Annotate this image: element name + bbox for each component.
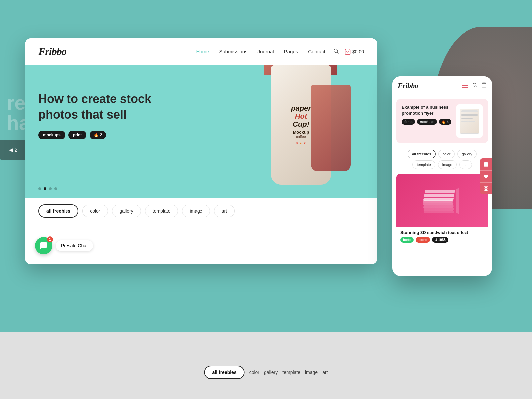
mobile-product-title: Stunning 3D sandwich text effect: [400, 230, 484, 235]
hamburger-icon[interactable]: [462, 84, 468, 88]
svg-point-3: [473, 83, 476, 86]
mobile-filter-all[interactable]: all freebies: [408, 150, 435, 158]
mobile-card-title: Example of a business promotion flyer: [402, 104, 452, 116]
mobile-sidebar-heart[interactable]: [480, 170, 492, 182]
mock-paper-line-2: [461, 115, 478, 116]
mobile-card-text: Example of a business promotion flyer fo…: [402, 104, 452, 125]
sidebar-heart-icon: [483, 174, 489, 179]
mobile-filter-area: all freebies color gallery template imag…: [392, 147, 492, 174]
mobile-sidebar-cart[interactable]: [480, 158, 492, 170]
filter-color[interactable]: color: [82, 205, 108, 217]
desktop-nav-links: Home Submissions Journal Pages Contact: [196, 49, 325, 55]
cup-text-line2: Hot: [291, 112, 311, 120]
filter-gallery[interactable]: gallery: [112, 205, 141, 217]
chat-label[interactable]: Presale Chat: [56, 240, 93, 251]
hero-title: How to create stock photos that sell: [38, 91, 165, 123]
desktop-mockup: Fribbo Home Submissions Journal Pages Co…: [25, 38, 377, 264]
download-arrow: ⬇: [435, 238, 437, 242]
svg-rect-19: [486, 189, 488, 191]
mobile-promo-card: Example of a business promotion flyer fo…: [396, 99, 488, 143]
hero-dot-3[interactable]: [49, 187, 52, 190]
nav-link-pages[interactable]: Pages: [284, 49, 298, 54]
mock-paper-line-1: [461, 114, 478, 115]
chat-icon[interactable]: [35, 237, 52, 254]
svg-rect-16: [484, 187, 486, 188]
sandwich-3d-art: [416, 180, 469, 220]
bg-filter-gallery: gallery: [264, 370, 278, 375]
mock-paper-doc: [460, 109, 479, 134]
svg-rect-13: [425, 190, 455, 193]
tag-mockups[interactable]: mockups: [38, 131, 65, 139]
mock-paper-line-4: [461, 118, 473, 119]
mobile-tag-mockups[interactable]: mockups: [417, 119, 437, 125]
mobile-filter-color[interactable]: color: [438, 150, 455, 158]
tag-print[interactable]: print: [68, 131, 87, 139]
mobile-filter-image[interactable]: image: [438, 160, 457, 169]
filter-image[interactable]: image: [182, 205, 210, 217]
mobile-cart-icon[interactable]: [481, 82, 487, 89]
svg-rect-11: [423, 198, 454, 201]
mobile-card-img: [456, 104, 483, 138]
svg-rect-7: [423, 208, 454, 211]
chat-bubble[interactable]: Presale Chat: [35, 237, 93, 254]
cup-text-line1: paper: [291, 104, 311, 112]
mobile-filter-row-1: all freebies color gallery: [396, 150, 488, 158]
mobile-filter-art[interactable]: art: [459, 160, 472, 169]
mobile-nav: Fribbo: [392, 76, 492, 95]
hamburger-line-1: [462, 84, 468, 84]
bg-dark-block: ◀ 2: [0, 140, 27, 160]
hamburger-line-3: [462, 87, 468, 88]
mobile-filter-gallery[interactable]: gallery: [457, 150, 476, 158]
mobile-sidebar: [480, 158, 492, 194]
mobile-filter-template[interactable]: template: [412, 160, 435, 169]
cup-decorations: ♥ ★ ♥: [291, 141, 311, 145]
filter-all-freebies[interactable]: all freebies: [38, 204, 78, 218]
bg-filter-template: template: [282, 370, 300, 375]
product-tag-downloads: ⬇ 1988: [432, 237, 448, 243]
filter-template[interactable]: template: [145, 205, 178, 217]
sidebar-grid-icon: [483, 186, 489, 191]
mobile-filter-row-2: template image art: [396, 160, 488, 169]
mobile-mockup: Fribbo Example of a business promotion f…: [392, 76, 492, 276]
product-tag-icons[interactable]: icons: [416, 237, 430, 243]
mobile-nav-icons: [462, 82, 487, 89]
cup-text-line3: Cup!: [291, 120, 311, 128]
bg-filter-color: color: [249, 370, 259, 375]
tag-fire[interactable]: 🔥 2: [90, 131, 106, 139]
cart-display[interactable]: $0.00: [344, 48, 364, 55]
download-count: 1988: [438, 238, 446, 242]
hero-dots: [38, 187, 57, 190]
nav-link-contact[interactable]: Contact: [308, 49, 325, 54]
bg-all-freebies-btn[interactable]: all freebies: [204, 366, 245, 379]
hero-dot-4[interactable]: [54, 187, 57, 190]
nav-link-home[interactable]: Home: [196, 49, 209, 54]
hero-dot-2[interactable]: [44, 187, 46, 190]
nav-link-journal[interactable]: Journal: [258, 49, 274, 54]
mobile-sidebar-grid[interactable]: [480, 182, 492, 194]
product-tag-fonts[interactable]: fonts: [400, 237, 414, 243]
mobile-card-tags: fonts mockups 🔥 4: [402, 119, 452, 125]
mobile-logo: Fribbo: [398, 81, 462, 90]
desktop-hero: How to create stock photos that sell moc…: [25, 65, 377, 198]
desktop-filter-bar: all freebies color gallery template imag…: [25, 198, 377, 224]
hero-dot-1[interactable]: [38, 187, 41, 190]
hero-tags: mockups print 🔥 2: [38, 131, 165, 139]
mobile-product-img: [396, 174, 488, 227]
bg-filter-art: art: [322, 370, 328, 375]
hamburger-line-2: [462, 85, 468, 86]
svg-rect-8: [423, 205, 454, 208]
mobile-product-info: Stunning 3D sandwich text effect fonts i…: [396, 227, 488, 246]
nav-link-submissions[interactable]: Submissions: [219, 49, 247, 54]
svg-line-4: [476, 86, 477, 87]
desktop-nav: Fribbo Home Submissions Journal Pages Co…: [25, 38, 377, 65]
mobile-search-icon[interactable]: [472, 82, 477, 89]
hero-content: How to create stock photos that sell moc…: [38, 91, 165, 139]
mobile-tag-fonts[interactable]: fonts: [402, 119, 415, 125]
bg-filter-image: image: [305, 370, 318, 375]
filter-art[interactable]: art: [214, 205, 235, 217]
mobile-product-card: Stunning 3D sandwich text effect fonts i…: [396, 174, 488, 246]
search-icon[interactable]: [333, 48, 339, 55]
mobile-product-tags: fonts icons ⬇ 1988: [400, 237, 484, 243]
svg-rect-17: [486, 187, 488, 188]
mobile-tag-fire[interactable]: 🔥 4: [439, 119, 451, 125]
